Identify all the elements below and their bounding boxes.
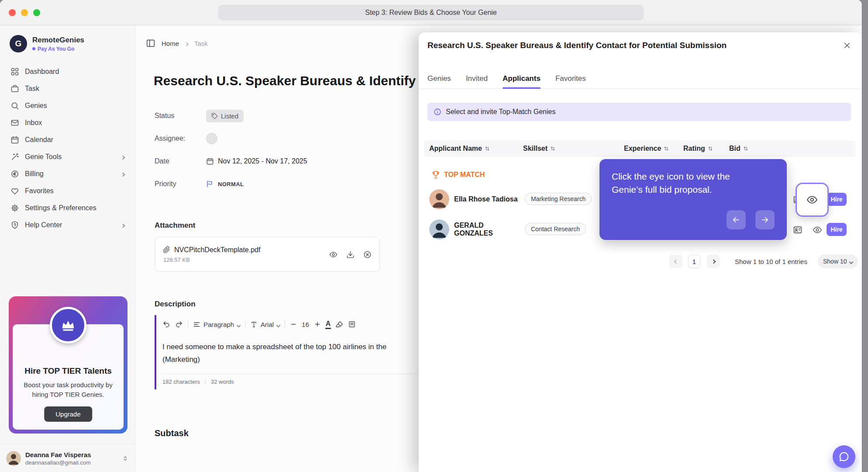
sidebar-item-settings[interactable]: Settings & Preferences (5, 199, 130, 216)
mail-icon (10, 118, 19, 127)
remove-attachment-button[interactable] (363, 250, 372, 259)
tab-invited[interactable]: Invited (466, 69, 488, 88)
coachmark-next-button[interactable] (755, 210, 775, 229)
highlight-button[interactable] (335, 320, 343, 328)
modal-tabs: Genies Invited Applicants Favorites (419, 69, 862, 89)
assignee-avatar-placeholder[interactable] (206, 133, 217, 144)
tab-applicants[interactable]: Applicants (503, 69, 541, 88)
brand-plan-label: Pay As You Go (38, 46, 74, 52)
coachmark-back-button[interactable] (727, 210, 746, 229)
coin-icon (10, 170, 19, 178)
plan-dot-icon (32, 47, 35, 50)
sidebar-item-inbox[interactable]: Inbox (5, 114, 130, 131)
table-header: Applicant Name Skillset Experience Ratin… (424, 140, 855, 157)
panel-toggle-button[interactable] (146, 38, 155, 48)
close-window-button[interactable] (9, 9, 16, 16)
pagination-page-1[interactable]: 1 (688, 255, 700, 268)
description-line: (Marketing) (162, 353, 434, 366)
status-value: Listed (221, 112, 238, 120)
description-textarea[interactable]: I need someone to make a spreadsheet of … (162, 340, 434, 366)
column-experience[interactable]: Experience (624, 140, 669, 157)
text-color-button[interactable]: A (326, 320, 331, 329)
tab-genies[interactable]: Genies (427, 69, 451, 88)
view-profile-button[interactable] (792, 225, 803, 235)
profile-expander-icon[interactable] (122, 455, 129, 462)
sidebar-item-genie-tools[interactable]: Genie Tools (5, 148, 130, 165)
type-icon (250, 321, 258, 328)
applicant-avatar (429, 189, 449, 209)
date-range-input[interactable]: Nov 12, 2025 - Nov 17, 2025 (206, 157, 307, 165)
view-bid-button-highlighted[interactable] (796, 183, 829, 217)
character-count: 182 characters (162, 378, 200, 385)
column-rating[interactable]: Rating (683, 140, 713, 157)
search-icon (10, 101, 19, 110)
promo-card: Hire TOP TIER Talents Boost your task pr… (9, 296, 127, 434)
top-match-label: TOP MATCH (431, 170, 485, 179)
hire-button[interactable]: Hire (827, 223, 847, 236)
column-bid[interactable]: Bid (729, 140, 749, 157)
minimize-window-button[interactable] (21, 9, 28, 16)
sidebar-item-genies[interactable]: Genies (5, 97, 130, 114)
sidebar-item-label: Inbox (25, 119, 42, 127)
tab-favorites[interactable]: Favorites (555, 69, 586, 88)
titlebar: Step 3: Review Bids & Choose Your Genie (0, 0, 862, 25)
brand-plan: Pay As You Go (32, 46, 84, 52)
redo-button[interactable] (175, 320, 183, 328)
undo-button[interactable] (162, 320, 170, 328)
status-badge[interactable]: Listed (206, 110, 244, 122)
wand-icon (10, 153, 19, 161)
brand-logo: G (10, 35, 27, 52)
chevron-right-icon (121, 170, 124, 178)
hire-button[interactable]: Hire (827, 193, 847, 206)
description-editor: Paragraph Arial 16 A I need someone to (155, 315, 434, 389)
decrease-font-button[interactable] (290, 321, 297, 328)
chat-fab-button[interactable] (833, 445, 855, 468)
sidebar-item-calendar[interactable]: Calendar (5, 131, 130, 148)
attachment-heading: Attachment (155, 221, 196, 230)
sort-icon (550, 146, 556, 152)
pagination-next-button[interactable] (707, 255, 720, 268)
sidebar-item-billing[interactable]: Billing (5, 165, 130, 182)
briefcase-icon (10, 84, 19, 93)
pagination-prev-button[interactable] (669, 255, 682, 268)
column-label: Rating (683, 145, 705, 153)
applicant-avatar (429, 219, 449, 239)
view-bid-button[interactable] (812, 225, 823, 235)
chevron-down-icon (277, 321, 280, 328)
font-family-select[interactable]: Arial (250, 321, 280, 328)
page-size-value: Show 10 (823, 258, 847, 265)
promo-body: Boost your task productivity by hiring T… (22, 380, 114, 399)
column-applicant-name[interactable]: Applicant Name (429, 140, 490, 157)
tag-icon (211, 113, 218, 119)
breadcrumb-task: Task (194, 40, 208, 47)
sidebar-item-help-center[interactable]: Help Center (5, 216, 130, 233)
trophy-icon (431, 170, 440, 179)
priority-control[interactable]: NORMAL (206, 180, 244, 188)
paperclip-icon (163, 246, 170, 253)
date-value: Nov 12, 2025 - Nov 17, 2025 (218, 157, 307, 165)
breadcrumb-home[interactable]: Home (162, 40, 179, 47)
paragraph-style-select[interactable]: Paragraph (193, 321, 240, 328)
download-attachment-button[interactable] (346, 250, 355, 259)
sidebar-item-label: Task (25, 85, 39, 93)
modal-close-button[interactable] (841, 39, 853, 52)
calendar-icon (10, 135, 19, 144)
page-size-select[interactable]: Show 10 (818, 254, 858, 268)
stats-divider (205, 379, 206, 385)
more-format-button[interactable] (348, 320, 356, 328)
maximize-window-button[interactable] (33, 9, 40, 16)
sidebar-item-favorites[interactable]: Favorites (5, 182, 130, 199)
top-tier-badge (50, 307, 86, 344)
toolbar-divider (245, 320, 245, 329)
user-profile[interactable]: Deanna Fae Visperas deannasallao@gmail.c… (0, 444, 135, 472)
sidebar-item-dashboard[interactable]: Dashboard (5, 63, 130, 80)
preview-attachment-button[interactable] (329, 250, 338, 259)
coachmark-tooltip: Click the eye icon to view the Genie’s f… (599, 159, 787, 240)
sidebar-item-label: Genie Tools (25, 153, 62, 161)
font-size-value: 16 (302, 321, 309, 328)
toolbar-divider (188, 320, 188, 329)
column-skillset[interactable]: Skillset (523, 140, 556, 157)
increase-font-button[interactable] (314, 321, 321, 328)
sidebar-item-task[interactable]: Task (5, 80, 130, 97)
upgrade-button[interactable]: Upgrade (44, 406, 92, 422)
